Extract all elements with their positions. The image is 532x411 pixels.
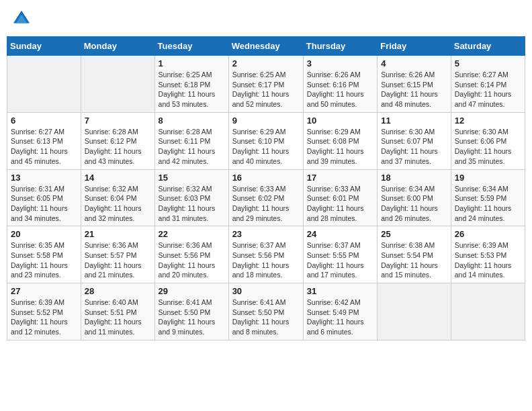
calendar-cell: 18Sunrise: 6:34 AM Sunset: 6:00 PM Dayli…	[378, 169, 451, 226]
day-number: 13	[11, 173, 77, 183]
calendar-body: 1Sunrise: 6:25 AM Sunset: 6:18 PM Daylig…	[7, 56, 525, 340]
day-info: Sunrise: 6:32 AM Sunset: 6:04 PM Dayligh…	[85, 184, 151, 224]
page-header	[7, 7, 525, 31]
day-info: Sunrise: 6:39 AM Sunset: 5:53 PM Dayligh…	[455, 240, 521, 280]
day-number: 5	[455, 58, 521, 68]
calendar-cell: 9Sunrise: 6:29 AM Sunset: 6:10 PM Daylig…	[228, 112, 303, 169]
day-info: Sunrise: 6:33 AM Sunset: 6:01 PM Dayligh…	[307, 184, 373, 224]
day-info: Sunrise: 6:25 AM Sunset: 6:18 PM Dayligh…	[159, 70, 225, 109]
logo-icon	[12, 9, 31, 28]
day-number: 11	[381, 116, 447, 126]
calendar-table: SundayMondayTuesdayWednesdayThursdayFrid…	[7, 36, 525, 340]
day-number: 3	[307, 58, 373, 68]
day-info: Sunrise: 6:27 AM Sunset: 6:13 PM Dayligh…	[11, 127, 77, 167]
weekday-header: Saturday	[451, 37, 525, 56]
calendar-cell: 24Sunrise: 6:37 AM Sunset: 5:55 PM Dayli…	[303, 226, 377, 283]
day-number: 8	[159, 116, 225, 126]
day-number: 4	[381, 58, 447, 68]
header-row: SundayMondayTuesdayWednesdayThursdayFrid…	[7, 37, 525, 56]
day-info: Sunrise: 6:42 AM Sunset: 5:49 PM Dayligh…	[307, 298, 373, 337]
day-number: 7	[85, 116, 151, 126]
day-number: 10	[307, 116, 373, 126]
day-info: Sunrise: 6:36 AM Sunset: 5:57 PM Dayligh…	[85, 240, 151, 280]
weekday-header: Friday	[378, 37, 451, 56]
day-number: 9	[232, 116, 300, 126]
calendar-cell: 12Sunrise: 6:30 AM Sunset: 6:06 PM Dayli…	[451, 112, 525, 169]
day-info: Sunrise: 6:41 AM Sunset: 5:50 PM Dayligh…	[232, 298, 300, 337]
calendar-cell	[378, 283, 451, 340]
day-info: Sunrise: 6:27 AM Sunset: 6:14 PM Dayligh…	[455, 70, 521, 109]
calendar-cell: 26Sunrise: 6:39 AM Sunset: 5:53 PM Dayli…	[451, 226, 525, 283]
calendar-cell: 13Sunrise: 6:31 AM Sunset: 6:05 PM Dayli…	[7, 169, 81, 226]
calendar-week: 27Sunrise: 6:39 AM Sunset: 5:52 PM Dayli…	[7, 283, 525, 340]
day-info: Sunrise: 6:28 AM Sunset: 6:11 PM Dayligh…	[159, 127, 225, 167]
calendar-week: 6Sunrise: 6:27 AM Sunset: 6:13 PM Daylig…	[7, 112, 525, 169]
calendar-cell: 3Sunrise: 6:26 AM Sunset: 6:16 PM Daylig…	[303, 56, 377, 113]
day-info: Sunrise: 6:28 AM Sunset: 6:12 PM Dayligh…	[85, 127, 151, 167]
day-number: 20	[11, 229, 77, 239]
logo	[12, 9, 32, 28]
day-number: 21	[85, 229, 151, 239]
day-number: 27	[11, 286, 77, 296]
calendar-cell: 2Sunrise: 6:25 AM Sunset: 6:17 PM Daylig…	[228, 56, 303, 113]
day-number: 2	[232, 58, 300, 68]
day-number: 30	[232, 286, 300, 296]
calendar-cell: 4Sunrise: 6:26 AM Sunset: 6:15 PM Daylig…	[378, 56, 451, 113]
weekday-header: Tuesday	[154, 37, 228, 56]
day-number: 28	[85, 286, 151, 296]
calendar-cell: 15Sunrise: 6:32 AM Sunset: 6:03 PM Dayli…	[154, 169, 228, 226]
weekday-header: Sunday	[7, 37, 81, 56]
calendar-header: SundayMondayTuesdayWednesdayThursdayFrid…	[7, 37, 525, 56]
day-number: 29	[159, 286, 225, 296]
day-info: Sunrise: 6:34 AM Sunset: 6:00 PM Dayligh…	[381, 184, 447, 224]
calendar-week: 20Sunrise: 6:35 AM Sunset: 5:58 PM Dayli…	[7, 226, 525, 283]
day-info: Sunrise: 6:41 AM Sunset: 5:50 PM Dayligh…	[159, 298, 225, 337]
calendar-cell: 25Sunrise: 6:38 AM Sunset: 5:54 PM Dayli…	[378, 226, 451, 283]
day-number: 14	[85, 173, 151, 183]
calendar-cell: 8Sunrise: 6:28 AM Sunset: 6:11 PM Daylig…	[154, 112, 228, 169]
day-info: Sunrise: 6:30 AM Sunset: 6:07 PM Dayligh…	[381, 127, 447, 167]
calendar-cell: 31Sunrise: 6:42 AM Sunset: 5:49 PM Dayli…	[303, 283, 377, 340]
day-info: Sunrise: 6:37 AM Sunset: 5:56 PM Dayligh…	[232, 240, 300, 280]
calendar-cell: 28Sunrise: 6:40 AM Sunset: 5:51 PM Dayli…	[81, 283, 154, 340]
day-info: Sunrise: 6:38 AM Sunset: 5:54 PM Dayligh…	[381, 240, 447, 280]
day-info: Sunrise: 6:30 AM Sunset: 6:06 PM Dayligh…	[455, 127, 521, 167]
day-info: Sunrise: 6:26 AM Sunset: 6:16 PM Dayligh…	[307, 70, 373, 109]
calendar-cell: 20Sunrise: 6:35 AM Sunset: 5:58 PM Dayli…	[7, 226, 81, 283]
calendar-cell: 7Sunrise: 6:28 AM Sunset: 6:12 PM Daylig…	[81, 112, 154, 169]
day-info: Sunrise: 6:31 AM Sunset: 6:05 PM Dayligh…	[11, 184, 77, 224]
day-info: Sunrise: 6:35 AM Sunset: 5:58 PM Dayligh…	[11, 240, 77, 280]
calendar-cell: 22Sunrise: 6:36 AM Sunset: 5:56 PM Dayli…	[154, 226, 228, 283]
day-info: Sunrise: 6:34 AM Sunset: 5:59 PM Dayligh…	[455, 184, 521, 224]
day-info: Sunrise: 6:33 AM Sunset: 6:02 PM Dayligh…	[232, 184, 300, 224]
calendar-cell: 29Sunrise: 6:41 AM Sunset: 5:50 PM Dayli…	[154, 283, 228, 340]
day-info: Sunrise: 6:29 AM Sunset: 6:10 PM Dayligh…	[232, 127, 300, 167]
calendar-cell: 21Sunrise: 6:36 AM Sunset: 5:57 PM Dayli…	[81, 226, 154, 283]
day-number: 24	[307, 229, 373, 239]
calendar-cell: 11Sunrise: 6:30 AM Sunset: 6:07 PM Dayli…	[378, 112, 451, 169]
day-info: Sunrise: 6:26 AM Sunset: 6:15 PM Dayligh…	[381, 70, 447, 109]
calendar-cell: 5Sunrise: 6:27 AM Sunset: 6:14 PM Daylig…	[451, 56, 525, 113]
calendar-week: 1Sunrise: 6:25 AM Sunset: 6:18 PM Daylig…	[7, 56, 525, 113]
day-info: Sunrise: 6:29 AM Sunset: 6:08 PM Dayligh…	[307, 127, 373, 167]
day-number: 16	[232, 173, 300, 183]
day-number: 12	[455, 116, 521, 126]
calendar-cell: 14Sunrise: 6:32 AM Sunset: 6:04 PM Dayli…	[81, 169, 154, 226]
day-number: 19	[455, 173, 521, 183]
day-number: 15	[159, 173, 225, 183]
weekday-header: Wednesday	[228, 37, 303, 56]
calendar-cell: 30Sunrise: 6:41 AM Sunset: 5:50 PM Dayli…	[228, 283, 303, 340]
day-info: Sunrise: 6:40 AM Sunset: 5:51 PM Dayligh…	[85, 298, 151, 337]
day-info: Sunrise: 6:32 AM Sunset: 6:03 PM Dayligh…	[159, 184, 225, 224]
day-info: Sunrise: 6:39 AM Sunset: 5:52 PM Dayligh…	[11, 298, 77, 337]
calendar-cell: 6Sunrise: 6:27 AM Sunset: 6:13 PM Daylig…	[7, 112, 81, 169]
day-number: 31	[307, 286, 373, 296]
day-number: 6	[11, 116, 77, 126]
day-number: 23	[232, 229, 300, 239]
calendar-cell: 16Sunrise: 6:33 AM Sunset: 6:02 PM Dayli…	[228, 169, 303, 226]
day-number: 25	[381, 229, 447, 239]
calendar-cell	[451, 283, 525, 340]
day-info: Sunrise: 6:37 AM Sunset: 5:55 PM Dayligh…	[307, 240, 373, 280]
day-number: 18	[381, 173, 447, 183]
calendar-cell: 19Sunrise: 6:34 AM Sunset: 5:59 PM Dayli…	[451, 169, 525, 226]
